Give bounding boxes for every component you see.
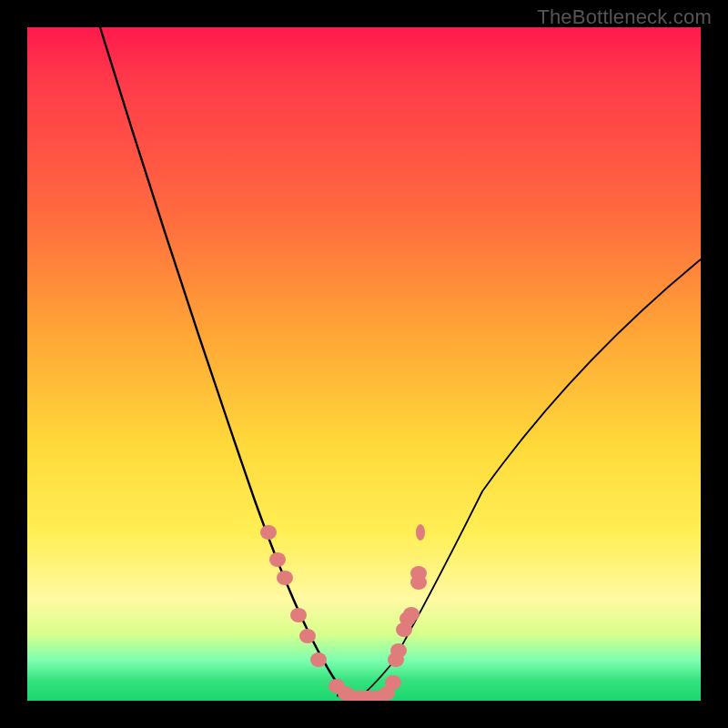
chart-frame: TheBottleneck.com — [0, 0, 728, 728]
svg-point-4 — [299, 629, 316, 643]
svg-rect-8 — [348, 691, 384, 701]
svg-point-5 — [310, 652, 327, 667]
svg-point-3 — [290, 608, 307, 622]
svg-point-17 — [410, 566, 427, 581]
svg-point-1 — [269, 552, 286, 567]
curve-layer — [27, 27, 701, 701]
watermark-label: TheBottleneck.com — [537, 5, 712, 29]
markers-right — [388, 524, 427, 667]
svg-point-12 — [390, 643, 407, 658]
markers-left — [260, 525, 327, 667]
curve-left — [100, 27, 355, 699]
svg-point-0 — [260, 525, 277, 540]
markers-trough — [329, 675, 401, 701]
svg-point-18 — [416, 524, 425, 541]
plot-area — [27, 27, 701, 701]
svg-point-15 — [403, 607, 420, 622]
svg-point-10 — [385, 675, 401, 690]
svg-point-2 — [277, 571, 293, 585]
